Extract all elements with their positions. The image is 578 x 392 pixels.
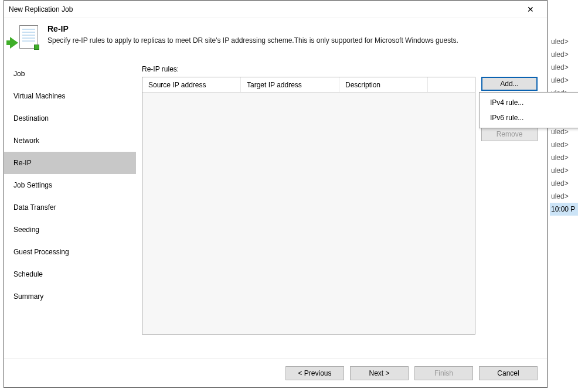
sidebar-item-label: Seeding bbox=[13, 226, 39, 234]
sidebar-item-label: Schedule bbox=[13, 270, 43, 278]
close-button[interactable]: ✕ bbox=[519, 1, 542, 18]
main-panel: Re-IP rules: Source IP address Target IP… bbox=[136, 60, 547, 359]
add-ipv6-rule[interactable]: IPv6 rule... bbox=[480, 110, 578, 125]
previous-button[interactable]: < Previous bbox=[285, 366, 344, 380]
add-ipv4-rule[interactable]: IPv4 rule... bbox=[480, 95, 578, 110]
replication-job-dialog: New Replication Job ✕ Re-IP Specify re-I… bbox=[4, 0, 548, 388]
sidebar-item-label: Re-IP bbox=[13, 159, 32, 167]
dropdown-item-label: IPv4 rule... bbox=[490, 98, 523, 107]
remove-button-label: Remove bbox=[497, 130, 523, 138]
sidebar-item-summary[interactable]: Summary bbox=[4, 285, 136, 308]
dialog-header: Re-IP Specify re-IP rules to apply to re… bbox=[4, 18, 547, 60]
reip-icon bbox=[11, 24, 39, 52]
add-rule-button[interactable]: Add... bbox=[481, 77, 538, 91]
col-source-ip[interactable]: Source IP address bbox=[142, 77, 241, 92]
sidebar-item-data-transfer[interactable]: Data Transfer bbox=[4, 196, 136, 219]
dialog-body: Job Virtual Machines Destination Network… bbox=[4, 60, 547, 359]
rules-actions: Add... IPv4 rule... IPv6 rule... Remove bbox=[481, 77, 538, 108]
sidebar-item-schedule[interactable]: Schedule bbox=[4, 263, 136, 285]
sidebar-item-label: Destination bbox=[13, 114, 49, 122]
titlebar: New Replication Job ✕ bbox=[4, 1, 547, 18]
dialog-title: New Replication Job bbox=[9, 5, 519, 13]
next-button[interactable]: Next > bbox=[350, 366, 409, 380]
wizard-footer: < Previous Next > Finish Cancel bbox=[4, 359, 547, 387]
sidebar-item-seeding[interactable]: Seeding bbox=[4, 219, 136, 241]
sidebar-item-network[interactable]: Network bbox=[4, 129, 136, 152]
sidebar-item-job-settings[interactable]: Job Settings bbox=[4, 174, 136, 196]
sidebar-item-label: Job bbox=[13, 70, 25, 78]
add-rule-dropdown: IPv4 rule... IPv6 rule... bbox=[479, 92, 578, 128]
sidebar-item-destination[interactable]: Destination bbox=[4, 107, 136, 129]
background-time-fragment: 10:00 P bbox=[550, 203, 578, 216]
finish-button: Finish bbox=[414, 366, 473, 380]
col-spacer bbox=[428, 77, 475, 92]
sidebar-item-reip[interactable]: Re-IP bbox=[4, 152, 136, 174]
sidebar-item-guest-processing[interactable]: Guest Processing bbox=[4, 241, 136, 263]
sidebar-item-virtual-machines[interactable]: Virtual Machines bbox=[4, 85, 136, 107]
previous-label: < Previous bbox=[298, 369, 331, 377]
sidebar-item-label: Virtual Machines bbox=[13, 92, 66, 100]
sidebar-item-job[interactable]: Job bbox=[4, 63, 136, 85]
remove-rule-button: Remove bbox=[481, 127, 538, 141]
wizard-steps-sidebar: Job Virtual Machines Destination Network… bbox=[4, 60, 136, 359]
next-label: Next > bbox=[369, 369, 389, 377]
sidebar-item-label: Summary bbox=[13, 292, 43, 301]
close-icon: ✕ bbox=[527, 5, 534, 14]
col-description[interactable]: Description bbox=[339, 77, 428, 92]
sidebar-item-label: Guest Processing bbox=[13, 248, 69, 256]
sidebar-item-label: Network bbox=[13, 137, 39, 145]
sidebar-item-label: Data Transfer bbox=[13, 203, 56, 212]
add-button-label: Add... bbox=[500, 80, 518, 88]
table-header: Source IP address Target IP address Desc… bbox=[142, 77, 475, 93]
sidebar-item-label: Job Settings bbox=[13, 181, 52, 189]
cancel-button[interactable]: Cancel bbox=[479, 366, 538, 380]
dropdown-item-label: IPv6 rule... bbox=[490, 114, 523, 122]
reip-rules-table[interactable]: Source IP address Target IP address Desc… bbox=[142, 77, 475, 335]
rules-label: Re-IP rules: bbox=[142, 65, 538, 73]
header-title: Re-IP bbox=[47, 24, 458, 33]
col-target-ip[interactable]: Target IP address bbox=[241, 77, 339, 92]
header-description: Specify re-IP rules to apply to replicas… bbox=[47, 36, 458, 45]
finish-label: Finish bbox=[434, 369, 453, 377]
header-text: Re-IP Specify re-IP rules to apply to re… bbox=[47, 24, 458, 45]
cancel-label: Cancel bbox=[497, 369, 519, 377]
